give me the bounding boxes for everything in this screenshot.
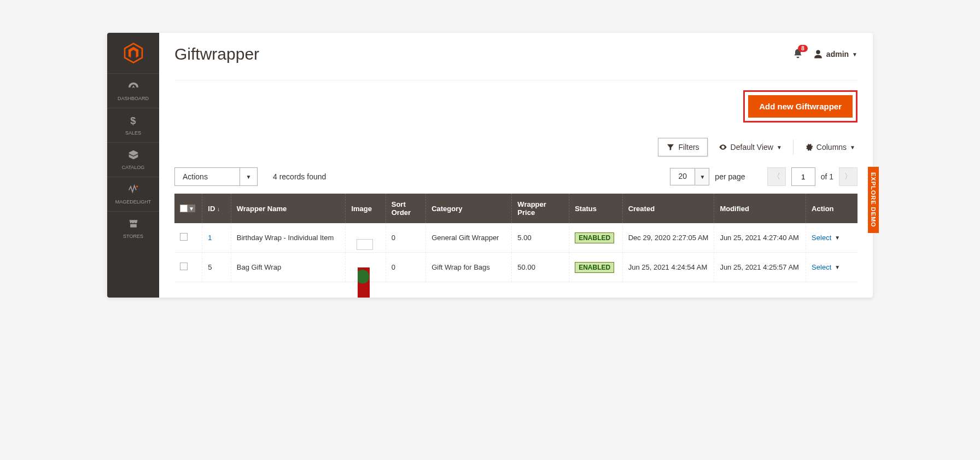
- logo-icon: [123, 43, 144, 63]
- actions-dropdown[interactable]: Actions ▼: [174, 167, 258, 186]
- user-icon: [813, 49, 823, 59]
- status-badge: ENABLED: [575, 262, 614, 273]
- eye-icon: [719, 143, 727, 152]
- gear-icon: [804, 143, 813, 152]
- row-price: 50.00: [512, 253, 569, 282]
- row-id[interactable]: 1: [208, 234, 212, 242]
- col-status[interactable]: Status: [569, 194, 623, 223]
- funnel-icon: [666, 143, 675, 152]
- svg-point-2: [136, 185, 138, 187]
- user-name: admin: [826, 50, 849, 59]
- sidebar-item-magedelight[interactable]: MAGEDELIGHT: [107, 177, 159, 211]
- notification-badge: 8: [798, 45, 808, 52]
- row-checkbox[interactable]: [180, 263, 188, 270]
- col-image[interactable]: Image: [346, 194, 386, 223]
- row-price: 5.00: [512, 223, 569, 253]
- sidebar-item-stores[interactable]: STORES: [107, 211, 159, 246]
- pulse-icon: [107, 184, 159, 196]
- add-new-highlight: Add new Giftwrapper: [743, 90, 858, 123]
- row-sort: 0: [386, 253, 425, 282]
- default-view-button[interactable]: Default View ▼: [719, 143, 782, 152]
- caret-down-icon: ▼: [835, 264, 840, 270]
- caret-down-icon: ▼: [240, 167, 258, 186]
- select-action[interactable]: Select▼: [812, 234, 852, 242]
- table-row[interactable]: 1 Birthday Wrap - Individual Item 0 Gene…: [174, 223, 858, 253]
- caret-down-icon: ▼: [777, 144, 782, 150]
- gauge-icon: [107, 80, 159, 92]
- sidebar-item-label: STORES: [123, 234, 143, 239]
- next-page-button[interactable]: 〉: [839, 167, 858, 186]
- row-created: Dec 29, 2020 2:27:05 AM: [622, 223, 714, 253]
- sidebar-item-label: CATALOG: [122, 165, 145, 170]
- sidebar-item-label: MAGEDELIGHT: [115, 199, 151, 205]
- store-icon: [107, 218, 159, 230]
- chevron-left-icon: 〈: [773, 172, 780, 182]
- row-id: 5: [208, 263, 212, 271]
- page-input[interactable]: [791, 167, 815, 186]
- sidebar-item-label: SALES: [125, 130, 141, 136]
- row-name: Birthday Wrap - Individual Item: [231, 223, 346, 253]
- row-modified: Jun 25, 2021 4:25:57 AM: [714, 253, 806, 282]
- columns-label: Columns: [816, 143, 847, 152]
- user-menu[interactable]: admin ▼: [813, 49, 858, 59]
- col-modified[interactable]: Modified: [714, 194, 806, 223]
- caret-down-icon: ▼: [695, 168, 709, 185]
- sidebar-item-label: DASHBOARD: [118, 96, 149, 101]
- filters-label: Filters: [678, 143, 699, 152]
- page-total: of 1: [821, 172, 833, 181]
- col-created[interactable]: Created: [622, 194, 714, 223]
- box-icon: [107, 149, 159, 161]
- chevron-right-icon: 〉: [844, 172, 852, 182]
- records-found: 4 records found: [273, 172, 326, 181]
- status-badge: ENABLED: [575, 232, 614, 243]
- col-name[interactable]: Wrapper Name: [231, 194, 346, 223]
- per-page-label: per page: [715, 172, 745, 181]
- prev-page-button[interactable]: 〈: [767, 167, 786, 186]
- dollar-icon: $: [107, 115, 159, 127]
- filters-button[interactable]: Filters: [658, 138, 707, 156]
- row-name: Bag Gift Wrap: [231, 253, 346, 282]
- sidebar: DASHBOARD $ SALES CATALOG MAGEDELIGHT ST…: [107, 33, 159, 298]
- col-action[interactable]: Action: [806, 194, 858, 223]
- svg-text:$: $: [130, 115, 136, 126]
- sidebar-item-dashboard[interactable]: DASHBOARD: [107, 73, 159, 108]
- sidebar-item-sales[interactable]: $ SALES: [107, 108, 159, 142]
- row-category: Gift Wrap for Bags: [426, 253, 512, 282]
- caret-down-icon: ▼: [850, 144, 855, 150]
- page-title: Giftwrapper: [174, 45, 259, 63]
- select-all-checkbox[interactable]: ▼: [180, 205, 196, 212]
- notifications-button[interactable]: 8: [792, 48, 803, 61]
- row-modified: Jun 25, 2021 4:27:40 AM: [714, 223, 806, 253]
- data-grid: ▼ ID↓ Wrapper Name Image Sort Order Cate…: [174, 194, 858, 282]
- default-view-label: Default View: [731, 143, 773, 152]
- col-sort[interactable]: Sort Order: [386, 194, 425, 223]
- main-content: Giftwrapper 8 admin ▼ Add new Giftw: [159, 33, 873, 298]
- table-row[interactable]: 5 Bag Gift Wrap 0 Gift Wrap for Bags 50.…: [174, 253, 858, 282]
- per-page-value: 20: [670, 168, 695, 185]
- col-price[interactable]: Wrapper Price: [512, 194, 569, 223]
- svg-marker-0: [125, 44, 142, 63]
- row-checkbox[interactable]: [180, 233, 188, 241]
- caret-down-icon: ▼: [835, 235, 840, 241]
- columns-button[interactable]: Columns ▼: [804, 143, 855, 152]
- sort-arrow-icon: ↓: [217, 206, 220, 212]
- sidebar-item-catalog[interactable]: CATALOG: [107, 142, 159, 177]
- row-created: Jun 25, 2021 4:24:54 AM: [622, 253, 714, 282]
- add-new-giftwrapper-button[interactable]: Add new Giftwrapper: [748, 95, 853, 118]
- col-id[interactable]: ID: [208, 205, 215, 213]
- row-category: General Gift Wrapper: [426, 223, 512, 253]
- explore-demo-tab[interactable]: EXPLORE DEMO: [868, 167, 879, 233]
- actions-label: Actions: [174, 167, 240, 186]
- col-category[interactable]: Category: [426, 194, 512, 223]
- select-action[interactable]: Select▼: [812, 263, 852, 271]
- row-sort: 0: [386, 223, 425, 253]
- caret-down-icon: ▼: [852, 51, 858, 57]
- per-page-select[interactable]: 20 ▼: [670, 168, 709, 185]
